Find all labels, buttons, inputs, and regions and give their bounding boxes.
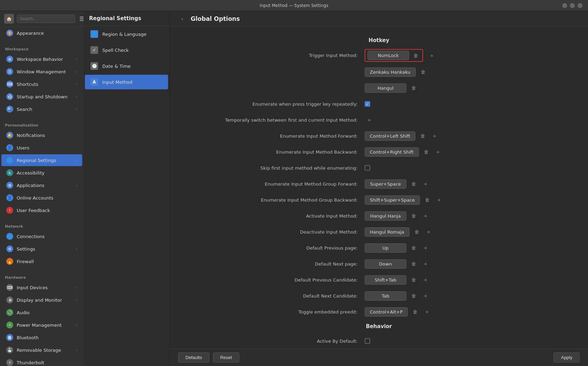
- sidebar-item-search[interactable]: 🔍 Search ›: [1, 103, 82, 115]
- menu-button[interactable]: [78, 14, 84, 24]
- sidebar-item-startup-shutdown[interactable]: ⏻ Startup and Shutdown ›: [1, 91, 82, 103]
- group-forward-btn[interactable]: Super+Space: [365, 179, 406, 189]
- sidebar-item-bluetooth[interactable]: B Bluetooth: [1, 332, 82, 343]
- sidebar-item-online-accounts[interactable]: 👤 Online Accounts: [1, 192, 82, 204]
- default-prev-candidate-add-btn[interactable]: +: [421, 275, 430, 284]
- window-title: Input Method — System Settings: [260, 3, 328, 8]
- bluetooth-label: Bluetooth: [17, 335, 77, 340]
- applications-label: Applications: [17, 183, 72, 188]
- back-button[interactable]: ‹: [178, 15, 186, 23]
- default-next-page-delete-btn[interactable]: 🗑: [409, 259, 418, 268]
- default-next-page-add-btn[interactable]: +: [421, 259, 430, 268]
- default-prev-candidate-delete-btn[interactable]: 🗑: [409, 275, 418, 284]
- sidebar-item-removable-storage[interactable]: 💾 Removable Storage ›: [1, 344, 82, 356]
- default-prev-page-row: Default Previous page: Up 🗑 +: [184, 242, 574, 254]
- active-by-default-checkbox[interactable]: [365, 338, 370, 344]
- group-backward-delete-btn[interactable]: 🗑: [423, 195, 432, 204]
- power-management-icon: ⚡: [6, 322, 13, 328]
- toggle-preedit-btn[interactable]: Control+Alt+P: [365, 307, 408, 317]
- sidebar-item-appearance[interactable]: 🎨 Appearance: [1, 27, 82, 39]
- middle-item-spell-check[interactable]: ✓ Spell Check: [85, 43, 168, 57]
- sidebar-item-audio[interactable]: 🔊 Audio: [1, 307, 82, 318]
- hangul-btn[interactable]: Hangul: [365, 83, 406, 93]
- shortcuts-arrow: ›: [76, 82, 77, 86]
- sidebar-item-accessibility[interactable]: ♿ Accessibility: [1, 167, 82, 179]
- sidebar-item-firewall[interactable]: 🔥 Firewall: [1, 255, 82, 267]
- middle-item-region-language[interactable]: 🌐 Region & Language: [85, 27, 168, 41]
- middle-item-date-time[interactable]: 🕐 Date & Time: [85, 59, 168, 73]
- enum-forward-btn[interactable]: Control+Left Shift: [365, 131, 415, 141]
- sidebar-item-thunderbolt[interactable]: ⚡ Thunderbolt: [1, 357, 82, 366]
- enum-backward-row: Enumerate Input Method Backward: Control…: [184, 146, 574, 158]
- default-next-candidate-add-btn[interactable]: +: [421, 291, 430, 300]
- sidebar-item-users[interactable]: 👤 Users: [1, 142, 82, 154]
- default-prev-page-add-btn[interactable]: +: [421, 243, 430, 252]
- sidebar-item-input-devices[interactable]: ⌨ Input Devices ›: [1, 282, 82, 293]
- enum-backward-add-btn[interactable]: +: [434, 147, 443, 156]
- default-prev-candidate-label: Default Previous Candidate:: [184, 277, 365, 283]
- window-controls: [562, 3, 582, 8]
- firewall-label: Firewall: [17, 259, 77, 264]
- activate-im-delete-btn[interactable]: 🗑: [409, 211, 418, 220]
- appearance-label: Appearance: [17, 31, 77, 36]
- sidebar-item-shortcuts[interactable]: ⌨ Shortcuts ›: [1, 78, 82, 90]
- accessibility-icon: ♿: [6, 169, 13, 176]
- enum-backward-btn[interactable]: Control+Right Shift: [365, 147, 419, 157]
- enum-backward-delete-btn[interactable]: 🗑: [422, 147, 431, 156]
- section-hardware: Hardware: [0, 272, 84, 281]
- sidebar-item-applications[interactable]: ⊞ Applications ›: [1, 179, 82, 191]
- sidebar-item-workspace-behavior[interactable]: ⊞ Workspace Behavior ›: [1, 53, 82, 65]
- startup-icon: ⏻: [6, 93, 13, 100]
- sidebar-item-user-feedback[interactable]: ! User Feedback: [1, 204, 82, 216]
- online-accounts-icon: 👤: [6, 194, 13, 201]
- sidebar-item-regional-settings[interactable]: 🌐 Regional Settings ›: [1, 154, 82, 166]
- enum-forward-delete-btn[interactable]: 🗑: [418, 131, 427, 140]
- search-input[interactable]: [17, 15, 75, 23]
- home-button[interactable]: 🏠: [4, 14, 14, 24]
- group-backward-add-btn[interactable]: +: [435, 195, 444, 204]
- apply-button[interactable]: Apply: [554, 352, 580, 363]
- default-next-candidate-btn[interactable]: Tab: [365, 291, 406, 301]
- deactivate-im-delete-btn[interactable]: 🗑: [412, 227, 421, 236]
- sidebar-item-power-management[interactable]: ⚡ Power Management ›: [1, 319, 82, 331]
- default-prev-page-btn[interactable]: Up: [365, 243, 406, 253]
- activate-im-btn[interactable]: Hangul Hanja: [365, 211, 406, 221]
- zenkaku-btn[interactable]: Zenkaku Hankaku: [365, 67, 416, 77]
- sidebar-item-window-management[interactable]: ☰ Window Management ›: [1, 66, 82, 78]
- zenkaku-delete-btn[interactable]: 🗑: [419, 67, 428, 76]
- default-prev-candidate-btn[interactable]: Shift+Tab: [365, 275, 406, 285]
- date-time-icon: 🕐: [90, 62, 98, 70]
- sidebar-item-connections[interactable]: 🌐 Connections: [1, 230, 82, 242]
- active-by-default-label: Active By Default:: [184, 339, 365, 344]
- group-backward-control: Shift+Super+Space 🗑 +: [365, 195, 444, 205]
- default-prev-page-delete-btn[interactable]: 🗑: [409, 243, 418, 252]
- enum-forward-add-btn[interactable]: +: [430, 131, 439, 140]
- default-next-page-btn[interactable]: Down: [365, 259, 406, 269]
- group-backward-btn[interactable]: Shift+Super+Space: [365, 195, 420, 205]
- input-devices-label: Input Devices: [17, 285, 72, 290]
- defaults-button[interactable]: Defaults: [178, 352, 209, 363]
- group-forward-add-btn[interactable]: +: [421, 179, 430, 188]
- sidebar-item-display-monitor[interactable]: 🖥 Display and Monitor ›: [1, 294, 82, 306]
- input-method-icon: A: [90, 78, 98, 86]
- group-forward-delete-btn[interactable]: 🗑: [409, 179, 418, 188]
- skip-first-checkbox[interactable]: [365, 165, 370, 171]
- sidebar-item-settings[interactable]: ⚙ Settings ›: [1, 243, 82, 255]
- deactivate-im-add-btn[interactable]: +: [424, 227, 433, 236]
- hangul-delete-btn[interactable]: 🗑: [409, 83, 418, 92]
- bottom-left-buttons: Defaults Reset: [178, 352, 239, 363]
- middle-item-input-method[interactable]: A Input Method: [85, 75, 168, 89]
- activate-im-add-btn[interactable]: +: [421, 211, 430, 220]
- trigger-add-btn[interactable]: +: [427, 51, 436, 60]
- trigger-numlock-btn[interactable]: NumLock: [367, 51, 409, 60]
- temp-switch-add-btn[interactable]: +: [365, 115, 374, 124]
- toggle-preedit-add-btn[interactable]: +: [422, 307, 431, 316]
- enumerate-trigger-checkbox[interactable]: [365, 101, 370, 107]
- toggle-preedit-delete-btn[interactable]: 🗑: [411, 307, 420, 316]
- main-layout: 🏠 🎨 Appearance Workspace ⊞ Workspace Beh…: [0, 11, 588, 366]
- reset-button[interactable]: Reset: [213, 352, 239, 363]
- trigger-delete-btn[interactable]: 🗑: [411, 51, 420, 60]
- default-next-candidate-delete-btn[interactable]: 🗑: [409, 291, 418, 300]
- sidebar-item-notifications[interactable]: 🔔 Notifications: [1, 129, 82, 141]
- deactivate-im-btn[interactable]: Hangul Romaja: [365, 227, 410, 237]
